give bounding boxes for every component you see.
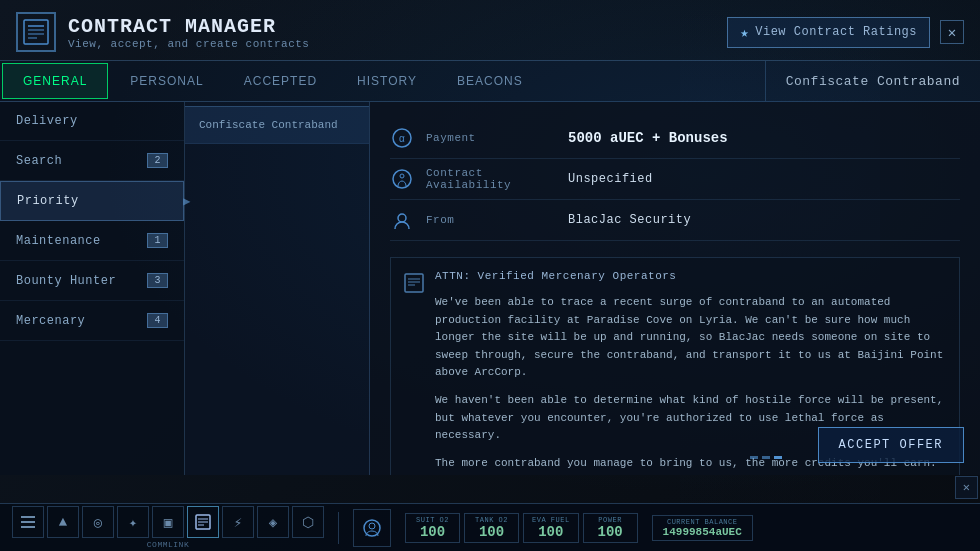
sidebar-bounty-label: Bounty Hunter [16, 274, 116, 288]
from-label: From [426, 214, 556, 226]
commlink-group: ▲ ◎ ✦ ▣ ⚡ ◈ ⬡ COMMLINK [12, 506, 324, 549]
sidebar-bounty-badge: 3 [147, 273, 168, 288]
stat-suit-o2: SUIT O2 100 [405, 513, 460, 543]
payment-label: Payment [426, 132, 556, 144]
sidebar-priority-label: Priority [17, 194, 79, 208]
contract-title-tab: Confiscate Contraband [765, 61, 980, 101]
taskbar-icon-menu[interactable] [12, 506, 44, 538]
tab-bar: GENERAL PERSONAL ACCEPTED HISTORY BEACON… [0, 61, 980, 102]
sidebar-item-priority[interactable]: Priority [0, 181, 184, 221]
accept-offer-button[interactable]: ACCEPT OFFER [818, 427, 964, 463]
from-icon [390, 208, 414, 232]
svg-rect-0 [24, 20, 48, 44]
contract-item-confiscate[interactable]: Confiscate Contraband [185, 106, 369, 144]
stat-power: POWER 100 [583, 513, 638, 543]
suit-stats: SUIT O2 100 TANK O2 100 EVA FUEL 100 POW… [405, 513, 638, 543]
content-area: Delivery Search 2 Priority Maintenance 1… [0, 102, 980, 475]
contract-title-label: Confiscate Contraband [786, 74, 960, 89]
svg-rect-14 [21, 516, 35, 518]
window-title: Contract Manager [68, 15, 309, 38]
close-icon: ✕ [948, 24, 956, 41]
sidebar-delivery-label: Delivery [16, 114, 78, 128]
tab-accepted[interactable]: ACCEPTED [224, 61, 337, 101]
close-panel[interactable]: ✕ [955, 476, 978, 499]
svg-rect-10 [405, 274, 423, 292]
sidebar-item-maintenance[interactable]: Maintenance 1 [0, 221, 184, 261]
from-row: From BlacJac Security [390, 200, 960, 241]
title-bar-right: ★ View Contract Ratings ✕ [727, 17, 964, 48]
svg-point-22 [369, 523, 375, 529]
payment-icon: α [390, 126, 414, 150]
view-ratings-button[interactable]: ★ View Contract Ratings [727, 17, 930, 48]
sidebar-item-mercenary[interactable]: Mercenary 4 [0, 301, 184, 341]
sidebar-mercenary-badge: 4 [147, 313, 168, 328]
taskbar-icon-star[interactable]: ✦ [117, 506, 149, 538]
availability-icon [390, 167, 414, 191]
sidebar-maintenance-label: Maintenance [16, 234, 101, 248]
payment-row: α Payment 5000 aUEC + Bonuses [390, 118, 960, 159]
taskbar: ▲ ◎ ✦ ▣ ⚡ ◈ ⬡ COMMLINK [0, 503, 980, 551]
view-ratings-label: View Contract Ratings [755, 25, 917, 39]
sidebar-search-label: Search [16, 154, 62, 168]
sidebar-item-search[interactable]: Search 2 [0, 141, 184, 181]
svg-point-8 [400, 174, 404, 178]
window-subtitle: View, accept, and create contracts [68, 38, 309, 50]
tab-beacons[interactable]: BEACONS [437, 61, 543, 101]
taskbar-icon-grid[interactable]: ▣ [152, 506, 184, 538]
tab-personal[interactable]: PERSONAL [110, 61, 223, 101]
dot-3 [774, 456, 782, 459]
main-container: Contract Manager View, accept, and creat… [0, 0, 980, 551]
commlink-icons: ▲ ◎ ✦ ▣ ⚡ ◈ ⬡ [12, 506, 324, 538]
taskbar-icon-power[interactable]: ⚡ [222, 506, 254, 538]
sidebar-item-delivery[interactable]: Delivery [0, 102, 184, 141]
commlink-label: COMMLINK [147, 540, 189, 549]
title-bar: Contract Manager View, accept, and creat… [0, 0, 980, 61]
taskbar-icon-nav[interactable]: ▲ [47, 506, 79, 538]
scroll-dots [750, 456, 782, 459]
svg-rect-15 [21, 521, 35, 523]
sidebar-mercenary-label: Mercenary [16, 314, 85, 328]
accept-btn-container: ACCEPT OFFER [818, 427, 964, 463]
star-icon: ★ [740, 24, 749, 41]
dot-1 [750, 456, 758, 459]
stat-tank-o2: TANK O2 100 [464, 513, 519, 543]
sidebar-maintenance-badge: 1 [147, 233, 168, 248]
stat-eva-fuel: EVA FUEL 100 [523, 513, 579, 543]
svg-point-9 [398, 214, 406, 222]
contract-attn: ATTN: Verified Mercenary Operators [435, 270, 947, 282]
sidebar: Delivery Search 2 Priority Maintenance 1… [0, 102, 185, 475]
balance-label: CURRENT BALANCE [667, 518, 738, 526]
tab-history[interactable]: HISTORY [337, 61, 437, 101]
svg-point-7 [393, 170, 411, 188]
taskbar-icon-compass[interactable]: ◈ [257, 506, 289, 538]
availability-value: Unspecified [568, 172, 653, 186]
contract-para-1: We've been able to trace a recent surge … [435, 294, 947, 382]
close-panel-icon: ✕ [963, 481, 970, 495]
title-text: Contract Manager View, accept, and creat… [68, 15, 309, 50]
availability-row: Contract Availability Unspecified [390, 159, 960, 200]
detail-panel: α Payment 5000 aUEC + Bonuses Contract A… [370, 102, 980, 475]
taskbar-icon-mob[interactable] [353, 509, 391, 547]
payment-value: 5000 aUEC + Bonuses [568, 130, 728, 146]
contract-list: Confiscate Contraband [185, 102, 370, 475]
tab-general[interactable]: GENERAL [2, 63, 108, 99]
close-button[interactable]: ✕ [940, 20, 964, 44]
svg-text:α: α [399, 133, 405, 144]
availability-label: Contract Availability [426, 167, 556, 191]
svg-rect-16 [21, 526, 35, 528]
taskbar-separator [338, 512, 339, 544]
from-value: BlacJac Security [568, 213, 691, 227]
contract-manager-icon [16, 12, 56, 52]
taskbar-icon-contract[interactable] [187, 506, 219, 538]
taskbar-icon-hex[interactable]: ⬡ [292, 506, 324, 538]
sidebar-item-bounty-hunter[interactable]: Bounty Hunter 3 [0, 261, 184, 301]
contract-item-label: Confiscate Contraband [199, 119, 338, 131]
sidebar-search-badge: 2 [147, 153, 168, 168]
taskbar-icon-map[interactable]: ◎ [82, 506, 114, 538]
dot-2 [762, 456, 770, 459]
current-balance: CURRENT BALANCE 14999854aUEC [652, 515, 753, 541]
balance-value: 14999854aUEC [663, 526, 742, 538]
